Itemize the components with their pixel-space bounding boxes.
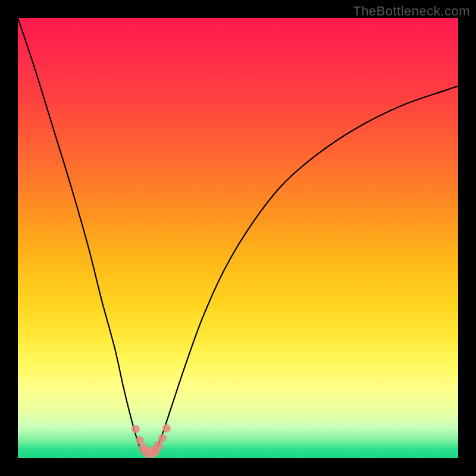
chart-frame: TheBottleneck.com <box>0 0 476 476</box>
highlight-marker <box>162 424 171 433</box>
attribution-text: TheBottleneck.com <box>353 4 470 19</box>
marker-layer <box>18 18 458 458</box>
highlight-marker <box>158 434 167 442</box>
plot-area <box>18 18 458 458</box>
highlight-marker <box>131 425 140 433</box>
highlight-marker <box>154 441 163 450</box>
